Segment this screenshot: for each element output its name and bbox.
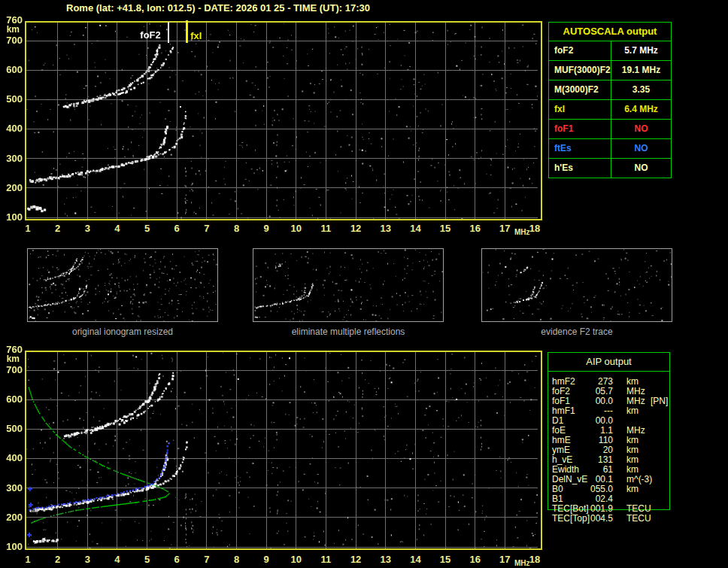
thumbnail-caption-1: original ionogram resized (27, 327, 218, 337)
autoscala-row-value: NO (611, 159, 671, 178)
top-plot-x-tick-14: 14 (407, 223, 423, 234)
bottom-plot-x-tick-10: 10 (288, 554, 305, 565)
top-plot-x-tick-13: 13 (378, 223, 394, 234)
top-plot-x-unit: MHz (514, 228, 530, 236)
autoscala-row-foF1: foF1NO (549, 120, 671, 139)
autoscala-row-label: foF2 (549, 41, 611, 60)
aip-panel-header: AIP output (548, 352, 670, 372)
fxi-marker-line (186, 20, 188, 43)
autoscala-row-value: NO (611, 120, 671, 138)
bottom-plot-y-tick-400: 400 (0, 453, 23, 463)
autoscala-row-label: fxI (549, 100, 611, 119)
bottom-plot-x-tick-15: 15 (437, 554, 453, 565)
bottom-plot-x-tick-4: 4 (109, 554, 126, 565)
top-plot-x-tick-2: 2 (50, 223, 66, 234)
bottom-plot-x-tick-2: 2 (50, 554, 66, 565)
top-plot-x-tick-10: 10 (288, 223, 305, 234)
aip-rows: hmF2273kmfoF205.7MHzfoF100.0MHz[PN]hmF1-… (548, 377, 728, 524)
autoscala-row-fxI: fxI6.4 MHz (549, 100, 671, 120)
autoscala-panel-header: AUTOSCALA output (549, 23, 671, 41)
autoscala-row-value: 19.1 MHz (611, 61, 671, 80)
bottom-plot-x-tick-1: 1 (20, 554, 36, 565)
top-plot-x-tick-5: 5 (139, 223, 156, 234)
bottom-plot-x-tick-17: 17 (496, 554, 513, 565)
autoscala-row-label: M(3000)F2 (549, 80, 611, 99)
top-plot-x-tick-1: 1 (20, 223, 36, 234)
top-plot-y-tick-600: 600 (0, 65, 23, 74)
bottom-plot-y-tick-700: 700 (0, 365, 23, 375)
bottom-plot-y-tick-500: 500 (0, 424, 23, 433)
autoscala-row-M(3000)F2: M(3000)F23.35 (549, 80, 671, 100)
thumbnail-eliminate-reflections (253, 248, 444, 322)
top-plot-x-tick-6: 6 (168, 223, 185, 234)
bottom-plot-x-unit: MHz (514, 559, 530, 567)
bottom-plot-x-tick-8: 8 (229, 554, 245, 565)
bottom-plot-x-tick-11: 11 (317, 554, 334, 565)
aip-row-value: 004.5 (561, 514, 613, 524)
top-plot-y-tick-700: 700 (0, 35, 23, 45)
bottom-plot-x-tick-5: 5 (139, 554, 156, 565)
top-plot-x-tick-4: 4 (109, 223, 126, 234)
window-title: Rome (lat: +41.8, lon: 012.5) - DATE: 20… (66, 2, 370, 14)
bottom-plot-x-tick-12: 12 (347, 554, 364, 565)
autoscala-row-MUF(3000)F2: MUF(3000)F219.1 MHz (549, 61, 671, 80)
aip-row-unit: km (626, 484, 639, 494)
top-plot-x-tick-17: 17 (496, 223, 513, 234)
aip-row-TEC[Top]: TEC[Top]004.5TECU (548, 514, 728, 524)
top-plot-x-tick-12: 12 (347, 223, 364, 234)
autoscala-row-value: NO (611, 139, 671, 158)
top-plot-x-tick-8: 8 (229, 223, 245, 234)
top-plot-x-tick-16: 16 (467, 223, 484, 234)
top-plot-x-tick-11: 11 (317, 223, 334, 234)
thumbnail-caption-3: evidence F2 trace (481, 327, 672, 337)
aip-row-unit: TECU (626, 514, 651, 524)
top-plot-y-tick-200: 200 (0, 183, 23, 193)
autoscala-window: Rome (lat: +41.8, lon: 012.5) - DATE: 20… (0, 0, 728, 568)
bottom-plot-y-tick-200: 200 (0, 512, 23, 522)
thumbnail-original-ionogram (27, 248, 218, 322)
top-plot-y-tick-500: 500 (0, 94, 23, 104)
top-plot-y-unit: km (0, 24, 20, 35)
thumbnail-evidence-f2 (481, 248, 672, 322)
bottom-plot-x-tick-9: 9 (258, 554, 275, 565)
autoscala-row-h'Es: h'EsNO (549, 159, 671, 178)
top-plot-x-tick-15: 15 (437, 223, 453, 234)
bottom-plot-y-tick-100: 100 (0, 542, 23, 551)
top-plot-x-tick-7: 7 (199, 223, 215, 234)
aip-row-hmF1: hmF1---km (548, 406, 728, 416)
top-ionogram-canvas (26, 23, 538, 219)
autoscala-row-label: foF1 (549, 120, 611, 138)
fof2-marker-line (168, 22, 169, 43)
top-plot-x-tick-3: 3 (79, 223, 96, 234)
autoscala-row-value: 5.7 MHz (611, 41, 671, 60)
bottom-plot-x-tick-7: 7 (199, 554, 215, 565)
bottom-plot-x-tick-3: 3 (79, 554, 96, 565)
aip-row-unit: km (626, 406, 639, 416)
autoscala-row-foF2: foF25.7 MHz (549, 41, 671, 61)
fxi-marker-label: fxI (190, 30, 202, 41)
autoscala-output-panel: AUTOSCALA output foF25.7 MHzMUF(3000)F21… (548, 22, 672, 178)
autoscala-row-value: 3.35 (611, 80, 671, 99)
autoscala-row-value: 6.4 MHz (611, 100, 671, 119)
bottom-plot-y-tick-300: 300 (0, 483, 23, 493)
bottom-plot-x-tick-13: 13 (378, 554, 394, 565)
bottom-plot-y-tick-600: 600 (0, 394, 23, 404)
top-plot-x-tick-9: 9 (258, 223, 275, 234)
thumbnail-caption-2: eliminate multiple reflections (253, 327, 444, 337)
bottom-plot-x-tick-16: 16 (467, 554, 484, 565)
fof2-marker-label: foF2 (140, 29, 160, 41)
aip-row-B0: B0055.0km (548, 484, 728, 494)
aip-row-note: [PN] (651, 396, 668, 406)
bottom-profile-canvas (26, 352, 538, 548)
top-plot-y-tick-300: 300 (0, 153, 23, 163)
autoscala-row-label: ftEs (549, 139, 611, 158)
bottom-plot-y-unit: km (0, 354, 20, 364)
top-plot-y-tick-400: 400 (0, 123, 23, 133)
autoscala-row-label: h'Es (549, 159, 611, 178)
autoscala-row-ftEs: ftEsNO (549, 139, 671, 159)
autoscala-row-label: MUF(3000)F2 (549, 61, 611, 80)
bottom-plot-x-tick-14: 14 (407, 554, 423, 565)
bottom-plot-x-tick-6: 6 (168, 554, 185, 565)
top-plot-y-tick-100: 100 (0, 212, 23, 222)
